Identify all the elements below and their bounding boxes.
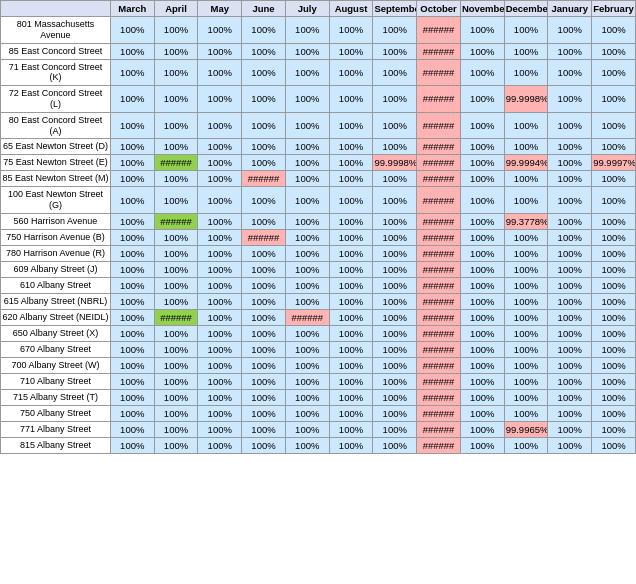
table-row: 615 Albany Street (NBRL)100%100%100%100%… — [1, 293, 636, 309]
data-cell: 100% — [548, 213, 592, 229]
data-cell: 100% — [110, 86, 154, 113]
data-cell: ###### — [417, 187, 461, 214]
data-cell: 100% — [242, 405, 286, 421]
data-cell: 100% — [110, 325, 154, 341]
table-row: 715 Albany Street (T)100%100%100%100%100… — [1, 389, 636, 405]
data-cell: ###### — [242, 229, 286, 245]
data-cell: 100% — [285, 59, 329, 86]
table-row: 780 Harrison Avenue (R)100%100%100%100%1… — [1, 245, 636, 261]
data-cell: 100% — [154, 112, 198, 139]
data-cell: 100% — [592, 229, 636, 245]
table-row: 750 Albany Street100%100%100%100%100%100… — [1, 405, 636, 421]
data-cell: 99.9998% — [504, 86, 548, 113]
table-row: 750 Harrison Avenue (B)100%100%100%#####… — [1, 229, 636, 245]
data-cell: ###### — [417, 245, 461, 261]
data-cell: 100% — [373, 357, 417, 373]
data-cell: 100% — [198, 261, 242, 277]
data-cell: 100% — [110, 245, 154, 261]
data-cell: 100% — [548, 17, 592, 44]
data-cell: 100% — [504, 341, 548, 357]
data-cell: 100% — [592, 277, 636, 293]
table-row: 609 Albany Street (J)100%100%100%100%100… — [1, 261, 636, 277]
data-cell: 100% — [154, 17, 198, 44]
data-cell: ###### — [417, 437, 461, 453]
data-cell: 100% — [285, 277, 329, 293]
data-cell: 100% — [504, 59, 548, 86]
data-cell: 100% — [198, 59, 242, 86]
data-cell: 100% — [373, 437, 417, 453]
data-cell: 100% — [373, 389, 417, 405]
data-cell: 100% — [548, 245, 592, 261]
data-cell: 100% — [548, 229, 592, 245]
data-cell: 100% — [592, 245, 636, 261]
data-cell: 100% — [504, 277, 548, 293]
table-row: 610 Albany Street100%100%100%100%100%100… — [1, 277, 636, 293]
data-cell: 100% — [285, 187, 329, 214]
data-cell: 100% — [504, 293, 548, 309]
building-name-cell: 780 Harrison Avenue (R) — [1, 245, 111, 261]
data-cell: 100% — [460, 389, 504, 405]
data-cell: 100% — [373, 43, 417, 59]
table-body: 801 Massachusetts Avenue100%100%100%100%… — [1, 17, 636, 454]
data-cell: 100% — [242, 277, 286, 293]
data-cell: 100% — [285, 86, 329, 113]
data-cell: 100% — [460, 293, 504, 309]
data-cell: 100% — [460, 139, 504, 155]
month-header-june: June — [242, 1, 286, 17]
data-cell: 100% — [198, 309, 242, 325]
month-header-november: November — [460, 1, 504, 17]
data-cell: 100% — [285, 139, 329, 155]
data-cell: 100% — [592, 405, 636, 421]
month-header-september: September — [373, 1, 417, 17]
data-cell: 100% — [110, 112, 154, 139]
data-cell: 100% — [504, 245, 548, 261]
data-cell: 100% — [504, 229, 548, 245]
data-cell: 100% — [548, 171, 592, 187]
data-cell: 100% — [198, 437, 242, 453]
data-cell: 100% — [198, 277, 242, 293]
data-cell: 100% — [373, 373, 417, 389]
data-cell: 100% — [373, 293, 417, 309]
data-cell: 100% — [373, 261, 417, 277]
data-cell: 100% — [504, 187, 548, 214]
building-name-cell: 85 East Newton Street (M) — [1, 171, 111, 187]
data-cell: 100% — [285, 293, 329, 309]
data-cell: 100% — [460, 373, 504, 389]
data-cell: 100% — [285, 341, 329, 357]
data-cell: 100% — [154, 261, 198, 277]
main-container: MarchAprilMayJuneJulyAugustSeptemberOcto… — [0, 0, 636, 584]
data-cell: 100% — [198, 86, 242, 113]
data-cell: 100% — [548, 139, 592, 155]
data-cell: 100% — [329, 325, 373, 341]
data-cell: 100% — [329, 43, 373, 59]
data-cell: 100% — [154, 43, 198, 59]
table-row: 80 East Concord Street (A)100%100%100%10… — [1, 112, 636, 139]
table-row: 100 East Newton Street (G)100%100%100%10… — [1, 187, 636, 214]
data-cell: 100% — [592, 357, 636, 373]
data-cell: 100% — [548, 341, 592, 357]
data-cell: 100% — [460, 405, 504, 421]
data-cell: 100% — [329, 293, 373, 309]
data-cell: 99.9998% — [373, 155, 417, 171]
data-cell: 99.9965% — [504, 421, 548, 437]
data-cell: 100% — [110, 389, 154, 405]
data-cell: 100% — [373, 245, 417, 261]
table-row: 65 East Newton Street (D)100%100%100%100… — [1, 139, 636, 155]
data-cell: 100% — [548, 59, 592, 86]
data-cell: 100% — [329, 17, 373, 44]
data-cell: 100% — [460, 261, 504, 277]
building-name-cell: 72 East Concord Street (L) — [1, 86, 111, 113]
data-cell: 100% — [373, 59, 417, 86]
data-cell: 100% — [548, 421, 592, 437]
table-row: 85 East Concord Street100%100%100%100%10… — [1, 43, 636, 59]
data-cell: 100% — [285, 389, 329, 405]
building-name-cell: 71 East Concord Street (K) — [1, 59, 111, 86]
data-cell: 100% — [329, 421, 373, 437]
data-cell: 100% — [460, 325, 504, 341]
building-name-cell: 80 East Concord Street (A) — [1, 112, 111, 139]
data-cell: ###### — [417, 261, 461, 277]
data-cell: 100% — [373, 325, 417, 341]
data-cell: 100% — [373, 229, 417, 245]
data-cell: 100% — [592, 59, 636, 86]
month-header-february: February — [592, 1, 636, 17]
